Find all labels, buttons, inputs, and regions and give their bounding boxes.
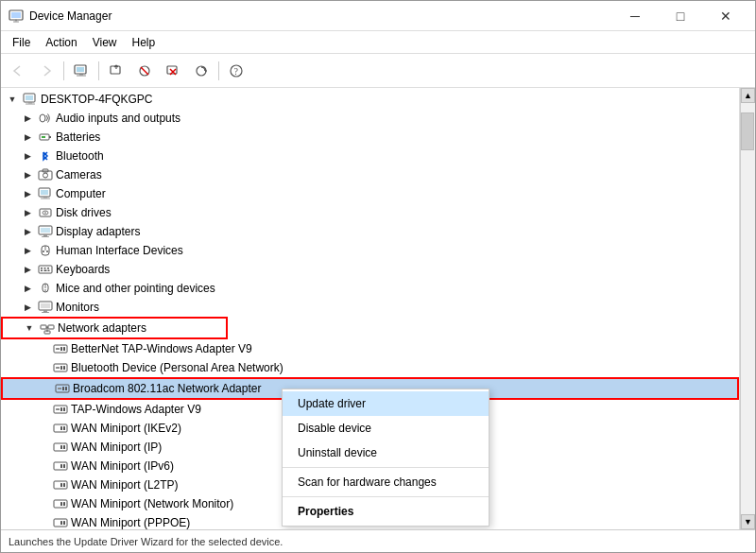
svg-rect-32 [41, 199, 50, 199]
svg-rect-58 [41, 325, 46, 329]
menu-file[interactable]: File [5, 34, 38, 51]
scroll-track[interactable] [741, 103, 755, 514]
computer-icon [23, 92, 38, 107]
svg-point-2 [15, 19, 17, 21]
window-title: Device Manager [29, 9, 613, 23]
netcard-icon-3 [55, 381, 70, 396]
batteries-label: Batteries [56, 130, 100, 144]
network-adapters-group: ▼ Network adapters [1, 317, 228, 339]
svg-rect-62 [44, 331, 50, 334]
mice-expand[interactable]: ▶ [20, 281, 35, 296]
tree-display[interactable]: ▶ Display adapters [1, 222, 739, 241]
tree-betternet[interactable]: ▶ BetterNet TAP-Windows Adapter V9 [1, 339, 739, 358]
svg-rect-73 [62, 387, 64, 390]
svg-rect-96 [63, 521, 65, 525]
disable-device-toolbar-button[interactable] [131, 58, 158, 84]
netcard-icon-2 [53, 360, 68, 375]
maximize-button[interactable]: □ [659, 1, 702, 31]
bluetooth-label: Bluetooth [56, 149, 104, 163]
svg-point-35 [44, 212, 46, 214]
toolbar-separator-2 [98, 61, 99, 80]
tree-monitors[interactable]: ▶ Monitors [1, 298, 739, 317]
update-driver-toolbar-button[interactable] [103, 58, 129, 84]
tree-root[interactable]: ▼ DESKTOP-4FQKGPC [1, 90, 739, 109]
hid-expand[interactable]: ▶ [20, 243, 35, 258]
computer-properties-button[interactable] [68, 58, 94, 84]
tree-batteries[interactable]: ▶ Batteries [1, 128, 739, 147]
svg-rect-7 [77, 75, 86, 76]
hid-label: Human Interface Devices [56, 244, 183, 257]
keyboards-expand[interactable]: ▶ [20, 262, 35, 277]
tree-network[interactable]: ▼ Network adapters [3, 319, 226, 337]
close-button[interactable]: ✕ [704, 1, 747, 31]
wan-ipv6-label: WAN Miniport (IPv6) [71, 459, 174, 473]
svg-rect-21 [26, 104, 35, 105]
cameras-expand[interactable]: ▶ [20, 167, 35, 182]
context-disable-device-label: Disable device [298, 422, 371, 435]
help-toolbar-button[interactable]: ? [223, 58, 249, 84]
monitors-expand[interactable]: ▶ [20, 300, 35, 315]
bluetooth-icon [38, 148, 53, 164]
svg-rect-64 [56, 348, 60, 350]
scroll-up[interactable]: ▲ [741, 88, 755, 103]
menu-view[interactable]: View [85, 34, 125, 51]
context-update-driver[interactable]: Update driver [283, 391, 489, 416]
svg-rect-80 [60, 426, 62, 430]
cameras-label: Cameras [56, 168, 102, 181]
context-scan-changes[interactable]: Scan for hardware changes [283, 470, 489, 494]
back-button[interactable] [5, 58, 31, 84]
svg-rect-90 [63, 483, 65, 487]
svg-rect-31 [43, 197, 47, 199]
svg-rect-56 [43, 310, 47, 312]
wan-ip-label: WAN Miniport (IP) [71, 441, 162, 454]
minimize-button[interactable]: ─ [613, 1, 657, 31]
tree-computer[interactable]: ▶ Computer [1, 184, 739, 203]
device-manager-window: Device Manager ─ □ ✕ File Action View He… [0, 0, 756, 553]
scroll-thumb[interactable] [741, 112, 754, 150]
tree-bluetooth[interactable]: ▶ Bluetooth [1, 147, 739, 165]
tree-cameras[interactable]: ▶ Cameras [1, 165, 739, 184]
svg-rect-86 [60, 464, 62, 468]
cameras-icon [38, 167, 53, 182]
context-disable-device[interactable]: Disable device [283, 416, 489, 441]
uninstall-toolbar-button[interactable] [160, 58, 186, 84]
menu-action[interactable]: Action [38, 34, 84, 51]
svg-rect-70 [63, 366, 65, 370]
tree-keyboards[interactable]: ▶ Keyboards [1, 260, 739, 279]
menu-bar: File Action View Help [1, 31, 755, 54]
display-expand[interactable]: ▶ [20, 224, 35, 239]
svg-rect-38 [43, 234, 47, 236]
batteries-expand[interactable]: ▶ [20, 130, 35, 145]
svg-rect-66 [63, 347, 65, 351]
scrollbar[interactable]: ▲ ▼ [740, 88, 755, 529]
root-label: DESKTOP-4FQKGPC [41, 93, 152, 106]
svg-rect-24 [49, 136, 51, 138]
forward-button[interactable] [33, 58, 60, 84]
tree-hid[interactable]: ▶ Human Interface Devices [1, 241, 739, 260]
scan-hardware-toolbar-button[interactable] [188, 58, 215, 84]
svg-rect-69 [60, 366, 62, 370]
tree-audio[interactable]: ▶ Audio inputs and outputs [1, 109, 739, 128]
network-expand[interactable]: ▼ [22, 320, 37, 336]
disk-icon [38, 205, 53, 220]
computer-expand[interactable]: ▶ [20, 186, 35, 201]
btdevice-label: Bluetooth Device (Personal Area Network) [71, 361, 284, 374]
tap-label: TAP-Windows Adapter V9 [71, 403, 201, 416]
context-uninstall-device[interactable]: Uninstall device [283, 441, 489, 465]
svg-rect-93 [63, 502, 65, 506]
device-tree[interactable]: ▼ DESKTOP-4FQKGPC ▶ [1, 88, 740, 529]
scroll-down[interactable]: ▼ [741, 514, 755, 529]
tree-btdevice[interactable]: ▶ Bluetooth Device (Personal Area Networ… [1, 358, 739, 377]
root-expand[interactable]: ▼ [5, 92, 20, 107]
audio-expand[interactable]: ▶ [20, 111, 35, 126]
context-properties[interactable]: Properties [283, 499, 489, 524]
svg-rect-81 [63, 426, 65, 430]
disk-expand[interactable]: ▶ [20, 205, 35, 220]
tree-disk[interactable]: ▶ Disk drives [1, 203, 739, 222]
wan-l2tp-label: WAN Miniport (L2TP) [71, 478, 179, 492]
bluetooth-expand[interactable]: ▶ [20, 148, 35, 164]
tree-mice[interactable]: ▶ Mice and other pointing devices [1, 279, 739, 298]
netcard-icon-8 [53, 477, 68, 493]
menu-help[interactable]: Help [125, 34, 163, 51]
svg-rect-74 [65, 387, 67, 390]
